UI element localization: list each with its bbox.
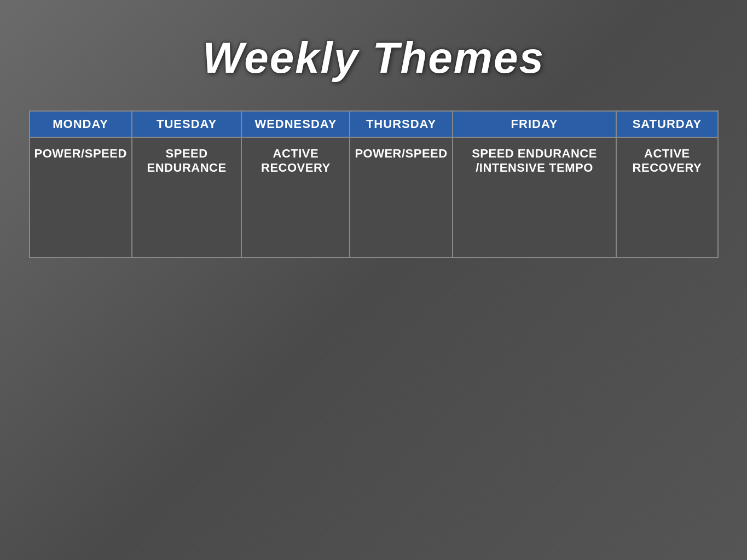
col-header-monday: MONDAY bbox=[30, 111, 132, 137]
cell-friday: SPEED ENDURANCE /INTENSIVE TEMPO bbox=[453, 137, 617, 258]
cell-thursday: POWER/SPEED bbox=[350, 137, 452, 258]
table-row: POWER/SPEED SPEED ENDURANCE ACTIVE RECOV… bbox=[30, 137, 718, 258]
col-header-thursday: THURSDAY bbox=[350, 111, 452, 137]
cell-wednesday: ACTIVE RECOVERY bbox=[241, 137, 350, 258]
weekly-themes-table: MONDAY TUESDAY WEDNESDAY THURSDAY FRIDAY… bbox=[29, 110, 719, 258]
page-title: Weekly Themes bbox=[202, 33, 545, 83]
col-header-saturday: SATURDAY bbox=[616, 111, 717, 137]
cell-monday: POWER/SPEED bbox=[30, 137, 132, 258]
col-header-tuesday: TUESDAY bbox=[132, 111, 242, 137]
col-header-wednesday: WEDNESDAY bbox=[241, 111, 350, 137]
table-header-row: MONDAY TUESDAY WEDNESDAY THURSDAY FRIDAY… bbox=[30, 111, 718, 137]
cell-tuesday: SPEED ENDURANCE bbox=[132, 137, 242, 258]
col-header-friday: FRIDAY bbox=[453, 111, 617, 137]
cell-saturday: ACTIVE RECOVERY bbox=[616, 137, 717, 258]
